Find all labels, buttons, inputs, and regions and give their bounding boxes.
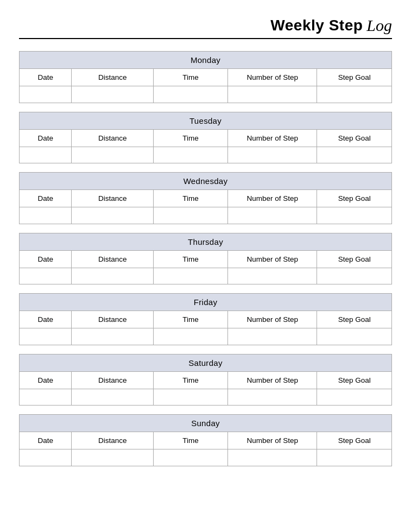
cell-thursday-steps[interactable] [228,268,317,284]
days-container: MondayDateDistanceTimeNumber of StepStep… [19,51,392,466]
cell-saturday-goal[interactable] [317,389,391,405]
col-header-distance: Distance [72,69,154,86]
col-header-time: Time [154,251,228,268]
day-section-tuesday: TuesdayDateDistanceTimeNumber of StepSte… [19,112,392,164]
page-header: Weekly Step Log [19,16,392,39]
day-table-monday: DateDistanceTimeNumber of StepStep Goal [20,69,391,103]
col-header-date: Date [20,311,72,328]
cell-friday-date[interactable] [20,328,72,345]
day-table-friday: DateDistanceTimeNumber of StepStep Goal [20,311,391,345]
cell-thursday-date[interactable] [20,268,72,284]
cell-tuesday-date[interactable] [20,147,72,163]
col-header-date: Date [20,130,72,147]
col-header-distance: Distance [72,372,154,389]
day-table-saturday: DateDistanceTimeNumber of StepStep Goal [20,372,391,406]
day-header-friday: Friday [20,294,391,311]
col-header-distance: Distance [72,190,154,207]
cell-friday-goal[interactable] [317,328,391,345]
cell-sunday-distance[interactable] [72,449,154,466]
col-header-time: Time [154,311,228,328]
col-header-date: Date [20,69,72,86]
day-header-tuesday: Tuesday [20,112,391,130]
page-title-bold: Weekly Step [270,17,363,34]
cell-saturday-distance[interactable] [72,389,154,405]
page-title-script: Log [366,16,392,35]
col-header-distance: Distance [72,311,154,328]
col-header-date: Date [20,251,72,268]
cell-sunday-goal[interactable] [317,449,391,466]
col-header-steps: Number of Step [228,372,317,389]
day-table-tuesday: DateDistanceTimeNumber of StepStep Goal [20,130,391,163]
cell-tuesday-distance[interactable] [72,147,154,163]
col-header-time: Time [154,432,228,449]
cell-wednesday-steps[interactable] [228,207,317,224]
cell-tuesday-steps[interactable] [228,147,317,163]
day-header-sunday: Sunday [20,415,391,432]
cell-thursday-distance[interactable] [72,268,154,284]
cell-sunday-steps[interactable] [228,449,317,466]
cell-monday-steps[interactable] [228,86,317,103]
cell-wednesday-time[interactable] [154,207,228,224]
col-header-steps: Number of Step [228,432,317,449]
day-header-thursday: Thursday [20,233,391,251]
cell-saturday-steps[interactable] [228,389,317,405]
cell-sunday-time[interactable] [154,449,228,466]
cell-saturday-date[interactable] [20,389,72,405]
col-header-goal: Step Goal [317,130,391,147]
cell-monday-date[interactable] [20,86,72,103]
col-header-time: Time [154,190,228,207]
col-header-goal: Step Goal [317,311,391,328]
cell-tuesday-goal[interactable] [317,147,391,163]
col-header-distance: Distance [72,130,154,147]
day-section-monday: MondayDateDistanceTimeNumber of StepStep… [19,51,392,103]
col-header-date: Date [20,190,72,207]
cell-wednesday-date[interactable] [20,207,72,224]
col-header-distance: Distance [72,432,154,449]
col-header-time: Time [154,69,228,86]
day-section-sunday: SundayDateDistanceTimeNumber of StepStep… [19,414,392,466]
day-section-saturday: SaturdayDateDistanceTimeNumber of StepSt… [19,354,392,406]
col-header-goal: Step Goal [317,190,391,207]
cell-friday-distance[interactable] [72,328,154,345]
col-header-goal: Step Goal [317,372,391,389]
col-header-time: Time [154,130,228,147]
col-header-date: Date [20,432,72,449]
col-header-steps: Number of Step [228,311,317,328]
cell-friday-time[interactable] [154,328,228,345]
col-header-steps: Number of Step [228,251,317,268]
day-section-friday: FridayDateDistanceTimeNumber of StepStep… [19,293,392,345]
col-header-steps: Number of Step [228,190,317,207]
day-header-wednesday: Wednesday [20,173,391,190]
cell-monday-goal[interactable] [317,86,391,103]
cell-tuesday-time[interactable] [154,147,228,163]
day-table-wednesday: DateDistanceTimeNumber of StepStep Goal [20,190,391,224]
cell-wednesday-goal[interactable] [317,207,391,224]
cell-monday-distance[interactable] [72,86,154,103]
day-section-wednesday: WednesdayDateDistanceTimeNumber of StepS… [19,172,392,224]
day-table-thursday: DateDistanceTimeNumber of StepStep Goal [20,251,391,284]
cell-saturday-time[interactable] [154,389,228,405]
cell-sunday-date[interactable] [20,449,72,466]
cell-wednesday-distance[interactable] [72,207,154,224]
col-header-goal: Step Goal [317,251,391,268]
cell-thursday-time[interactable] [154,268,228,284]
col-header-goal: Step Goal [317,432,391,449]
cell-monday-time[interactable] [154,86,228,103]
col-header-steps: Number of Step [228,130,317,147]
col-header-date: Date [20,372,72,389]
col-header-steps: Number of Step [228,69,317,86]
day-header-saturday: Saturday [20,354,391,372]
day-section-thursday: ThursdayDateDistanceTimeNumber of StepSt… [19,233,392,285]
cell-thursday-goal[interactable] [317,268,391,284]
cell-friday-steps[interactable] [228,328,317,345]
col-header-time: Time [154,372,228,389]
day-table-sunday: DateDistanceTimeNumber of StepStep Goal [20,432,391,466]
col-header-distance: Distance [72,251,154,268]
day-header-monday: Monday [20,52,391,69]
col-header-goal: Step Goal [317,69,391,86]
